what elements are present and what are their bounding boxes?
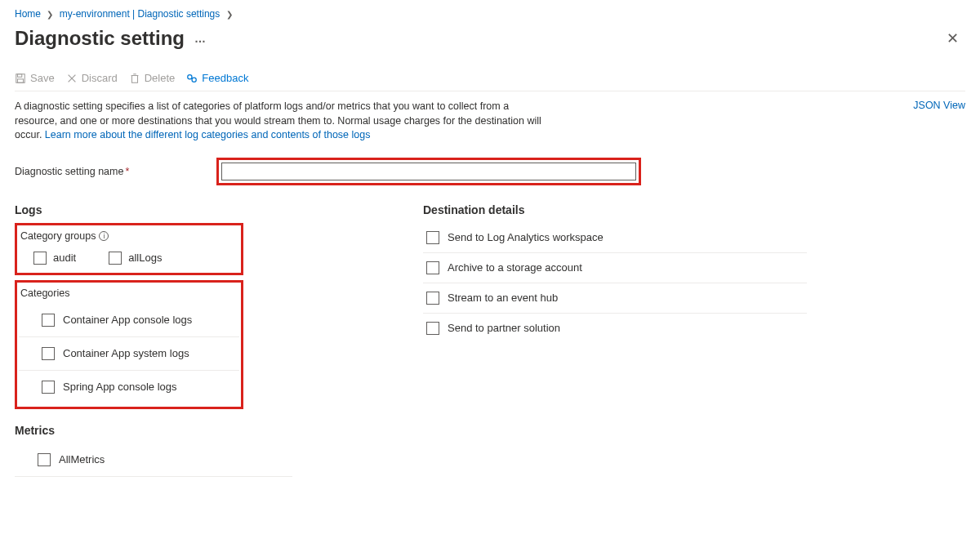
delete-icon [129,73,140,84]
name-input-highlight [216,158,641,185]
logs-column: Logs Category groups i audit allLogs Cat… [15,203,407,477]
checkbox-allmetrics[interactable]: AllMetrics [15,443,292,477]
delete-button[interactable]: Delete [129,72,176,84]
category-groups-label: Category groups i [19,229,239,247]
page-title: Diagnostic setting … [15,27,207,50]
destinations-title: Destination details [423,203,807,216]
save-button[interactable]: Save [15,72,55,84]
svg-rect-1 [18,74,22,77]
categories-highlight: Categories Container App console logs Co… [15,280,243,409]
breadcrumb-environment[interactable]: my-environment | Diagnostic settings [60,8,220,20]
more-icon[interactable]: … [194,32,207,45]
info-icon[interactable]: i [99,231,109,241]
metrics-list: AllMetrics [15,443,292,477]
category-groups-row: audit allLogs [19,247,239,270]
checkbox-alllogs[interactable]: allLogs [109,252,162,265]
page-title-text: Diagnostic setting [15,27,185,50]
category-groups-highlight: Category groups i audit allLogs [15,223,243,275]
description-text: A diagnostic setting specifies a list of… [15,100,554,143]
svg-point-8 [188,74,192,78]
categories-label: Categories [19,286,239,304]
required-indicator: * [125,166,129,177]
svg-rect-5 [131,75,137,82]
discard-icon [66,73,78,84]
checkbox-log-analytics[interactable]: Send to Log Analytics workspace [423,223,807,252]
toolbar: Save Discard Delete Feedback [15,65,965,91]
checkbox-event-hub[interactable]: Stream to an event hub [423,283,807,313]
logs-title: Logs [15,203,407,216]
learn-more-link[interactable]: Learn more about the different log categ… [45,129,371,140]
save-icon [15,73,26,84]
metrics-section: Metrics AllMetrics [15,424,407,477]
checkbox-storage-account[interactable]: Archive to a storage account [423,252,807,283]
checkbox-audit[interactable]: audit [33,252,76,265]
page-header: Diagnostic setting … ✕ [15,26,965,51]
checkbox-container-console-logs[interactable]: Container App console logs [19,304,239,336]
checkbox-spring-console-logs[interactable]: Spring App console logs [19,370,239,403]
destinations-list: Send to Log Analytics workspace Archive … [423,223,807,343]
svg-rect-2 [18,78,24,82]
chevron-right-icon: ❯ [47,10,53,19]
svg-point-9 [192,78,196,82]
feedback-icon [186,73,198,84]
destinations-column: Destination details Send to Log Analytic… [423,203,807,477]
name-field-label: Diagnostic setting name* [15,166,207,177]
name-field-row: Diagnostic setting name* [15,158,965,185]
breadcrumb-home[interactable]: Home [15,8,41,20]
breadcrumb: Home ❯ my-environment | Diagnostic setti… [15,8,965,20]
checkbox-container-system-logs[interactable]: Container App system logs [19,336,239,370]
metrics-title: Metrics [15,424,407,437]
chevron-right-icon: ❯ [226,10,233,19]
checkbox-partner-solution[interactable]: Send to partner solution [423,313,807,343]
json-view-link[interactable]: JSON View [913,100,965,111]
main-columns: Logs Category groups i audit allLogs Cat… [15,203,965,477]
description-row: A diagnostic setting specifies a list of… [15,100,965,143]
discard-button[interactable]: Discard [66,72,118,84]
feedback-button[interactable]: Feedback [186,72,248,84]
diagnostic-name-input[interactable] [221,163,636,180]
close-icon[interactable]: ✕ [940,26,965,51]
